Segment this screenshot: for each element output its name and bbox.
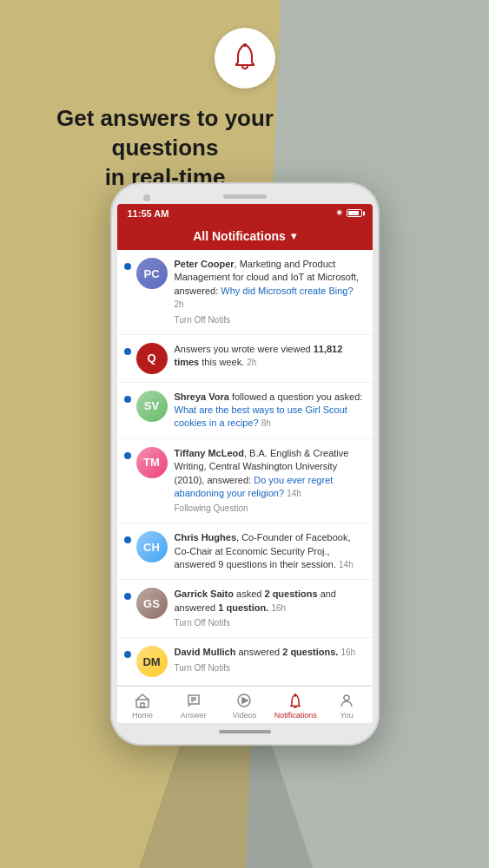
- notif-action[interactable]: Following Question: [175, 503, 366, 515]
- nav-item-home[interactable]: Home: [117, 692, 169, 720]
- views-count: 11,812 times: [175, 344, 343, 367]
- tagline-text: Get answers to your questions in real-ti…: [17, 104, 313, 192]
- unread-dot: [124, 348, 131, 355]
- svg-point-0: [243, 43, 247, 47]
- notif-content-quora: Answers you wrote were viewed 11,812 tim…: [175, 343, 366, 370]
- unread-dot: [124, 263, 131, 270]
- avatar-garrick: GS: [136, 588, 168, 619]
- notif-content-tiffany: Tiffany McLeod, B.A. English & Creative …: [175, 447, 366, 516]
- notif-item-tiffany[interactable]: TM Tiffany McLeod, B.A. English & Creati…: [117, 439, 373, 524]
- phone-mockup: 11:55 AM ✴ All Notifications ▾: [110, 182, 380, 746]
- tagline-container: Get answers to your questions in real-ti…: [0, 104, 330, 192]
- avatar-tiffany: TM: [136, 447, 168, 478]
- nav-dropdown-arrow: ▾: [291, 230, 296, 242]
- svg-point-6: [344, 695, 349, 700]
- avatar-peter: PC: [136, 258, 168, 289]
- svg-marker-4: [242, 698, 248, 703]
- unread-dot: [124, 452, 131, 459]
- notif-action[interactable]: Turn Off Notifs: [175, 617, 366, 629]
- notif-name: Peter Cooper: [175, 259, 235, 269]
- notif-content-shreya: Shreya Vora followed a question you aske…: [175, 391, 366, 431]
- status-right: ✴: [335, 207, 362, 219]
- nav-label-videos: Videos: [233, 711, 256, 720]
- videos-icon: [235, 692, 253, 709]
- home-icon: [134, 692, 151, 709]
- nav-item-videos[interactable]: Videos: [219, 692, 270, 720]
- nav-title: All Notifications: [193, 229, 286, 243]
- answers-count: 1 question.: [218, 602, 268, 613]
- notif-name: Tiffany McLeod: [175, 448, 244, 458]
- notif-content-david: David Mullich answered 2 questions. 16h …: [175, 646, 366, 674]
- notif-item-shreya[interactable]: SV Shreya Vora followed a question you a…: [117, 383, 373, 439]
- avatar-quora: Q: [136, 343, 168, 374]
- nav-label-notifications: Notifications: [274, 711, 317, 720]
- bottom-nav: Home Answer: [117, 686, 373, 723]
- notif-name: David Mullich: [175, 647, 236, 657]
- notif-action[interactable]: Turn Off Notifs: [175, 662, 366, 674]
- phone-screen: 11:55 AM ✴ All Notifications ▾: [117, 204, 373, 723]
- svg-rect-2: [141, 703, 144, 707]
- phone-top-bar: [117, 194, 373, 204]
- notif-name: Garrick Saito: [175, 589, 234, 599]
- app-nav-bar[interactable]: All Notifications ▾: [117, 222, 373, 250]
- unread-dot: [124, 651, 131, 658]
- avatar-shreya: SV: [136, 391, 168, 422]
- nav-item-you[interactable]: You: [321, 692, 373, 720]
- phone-speaker: [223, 194, 267, 199]
- notif-item-garrick[interactable]: GS Garrick Saito asked 2 questions and a…: [117, 580, 373, 638]
- nav-item-answer[interactable]: Answer: [168, 692, 219, 720]
- notif-content-garrick: Garrick Saito asked 2 questions and answ…: [175, 588, 366, 629]
- answers-count: 2 questions.: [282, 647, 338, 657]
- notif-name: Chris Hughes: [175, 532, 237, 542]
- notif-item-david[interactable]: DM David Mullich answered 2 questions. 1…: [117, 638, 373, 686]
- svg-point-5: [294, 694, 296, 696]
- bell-promo-icon: [215, 28, 275, 89]
- notifications-icon: [287, 692, 304, 709]
- questions-count: 2 questions: [264, 589, 317, 599]
- you-icon: [338, 692, 355, 709]
- phone-camera: [143, 194, 150, 201]
- notif-item-chris[interactable]: CH Chris Hughes, Co-Founder of Facebook,…: [117, 523, 373, 580]
- notif-link[interactable]: Why did Microsoft create Bing?: [221, 286, 353, 296]
- bluetooth-icon: ✴: [335, 207, 343, 219]
- notif-link[interactable]: Do you ever regret abandoning your relig…: [175, 475, 334, 498]
- notif-item-peter[interactable]: PC Peter Cooper, Marketing and Product M…: [117, 250, 373, 335]
- notif-action[interactable]: Turn Off Notifs: [175, 314, 366, 326]
- unread-dot: [124, 593, 131, 600]
- status-time: 11:55 AM: [128, 208, 169, 219]
- home-indicator: [219, 730, 271, 733]
- phone-bottom-bar: [117, 723, 373, 733]
- notif-item-quora[interactable]: Q Answers you wrote were viewed 11,812 t…: [117, 335, 373, 383]
- avatar-chris: CH: [136, 531, 168, 562]
- notif-name: Shreya Vora: [175, 391, 229, 402]
- avatar-david: DM: [136, 646, 168, 677]
- status-bar: 11:55 AM ✴: [117, 204, 373, 222]
- nav-label-you: You: [340, 711, 353, 720]
- nav-label-home: Home: [132, 711, 153, 720]
- unread-dot: [124, 536, 131, 543]
- battery-icon: [347, 209, 362, 217]
- unread-dot: [124, 396, 131, 403]
- phone-frame: 11:55 AM ✴ All Notifications ▾: [110, 182, 380, 746]
- nav-label-answer: Answer: [181, 711, 207, 720]
- nav-item-notifications[interactable]: Notifications: [270, 692, 321, 720]
- bell-icon: [229, 41, 261, 76]
- notif-content-peter: Peter Cooper, Marketing and Product Mana…: [175, 258, 366, 326]
- answer-icon: [185, 692, 202, 709]
- notif-content-chris: Chris Hughes, Co-Founder of Facebook, Co…: [175, 531, 366, 571]
- notification-list: PC Peter Cooper, Marketing and Product M…: [117, 250, 373, 686]
